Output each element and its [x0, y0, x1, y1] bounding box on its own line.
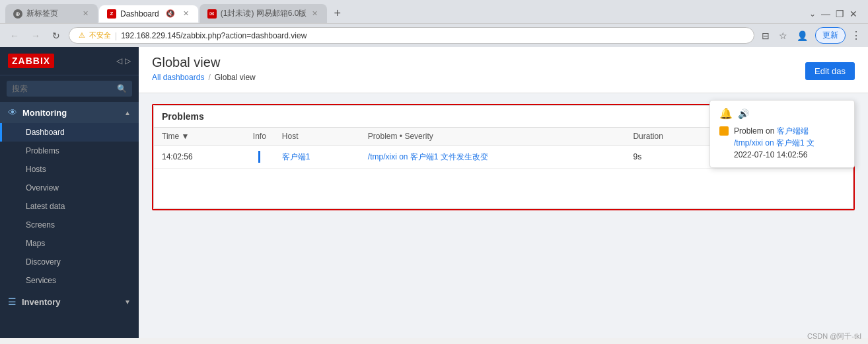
edit-dashboard-button[interactable]: Edit das [805, 62, 855, 80]
tab-email-close[interactable]: ✕ [310, 9, 319, 18]
sidebar-search-container: 🔍 [0, 75, 139, 102]
sidebar-expand-icon[interactable]: ▷ [125, 56, 131, 65]
logo-icons: ◁ ▷ [116, 56, 131, 65]
sidebar-item-latest-data[interactable]: Latest data [0, 197, 139, 216]
new-tab-favicon: ⊕ [13, 9, 22, 19]
security-warning-icon: ⚠ [79, 31, 85, 40]
tab-dashboard-close[interactable]: ✕ [182, 9, 190, 18]
profile-icon[interactable]: 👤 [795, 28, 810, 43]
tab-bar: ⊕ 新标签页 ✕ Z Dashboard 🔇 ✕ ✉ (1封未读) 网易邮箱6.… [0, 0, 868, 23]
minimize-icon[interactable]: — [821, 9, 830, 19]
page-header: Global view All dashboards / Global view… [139, 47, 868, 93]
page-title-area: Global view All dashboards / Global view [152, 55, 805, 87]
sidebar-item-maps-label: Maps [26, 239, 45, 248]
dashboard-favicon: Z [107, 9, 116, 19]
tab-mute-icon[interactable]: 🔇 [163, 9, 178, 18]
sidebar-inventory-section[interactable]: ☰ Inventory ▼ [0, 291, 139, 312]
app-layout: ZABBIX ◁ ▷ 🔍 👁 Monitoring ▲ Dashboard Pr… [0, 47, 868, 338]
breadcrumb: All dashboards / Global view [152, 73, 805, 87]
notif-detail-link[interactable]: /tmp/xixi on 客户端1 文 [734, 138, 814, 148]
browser-chrome: ⊕ 新标签页 ✕ Z Dashboard 🔇 ✕ ✉ (1封未读) 网易邮箱6.… [0, 0, 868, 47]
reload-button[interactable]: ↻ [49, 28, 63, 43]
tab-window-controls: ⌄ — ❐ ✕ [809, 9, 863, 19]
col-duration: Duration [625, 128, 714, 146]
tab-new-tab-close[interactable]: ✕ [81, 9, 90, 18]
sidebar-search-input[interactable] [7, 81, 132, 97]
inventory-arrow-icon: ▼ [124, 298, 131, 306]
notification-popup: 🔔 🔊 Problem on 客户端端 /tmp/xixi on 客户端1 文 … [709, 100, 855, 168]
inventory-icon: ☰ [8, 296, 17, 307]
page-body: Problems Time ▼ Info Host Problem • Seve… [139, 93, 868, 338]
breadcrumb-separator: / [208, 73, 210, 82]
sidebar-item-services[interactable]: Services [0, 271, 139, 290]
sidebar-item-hosts[interactable]: Hosts [0, 160, 139, 179]
tab-new-tab[interactable]: ⊕ 新标签页 ✕ [5, 4, 98, 23]
monitoring-arrow-icon: ▲ [124, 109, 131, 116]
sidebar-item-problems-label: Problems [26, 146, 59, 155]
empty-row [154, 169, 853, 208]
notif-severity-indicator [719, 126, 729, 136]
sidebar-monitoring-section[interactable]: 👁 Monitoring ▲ [0, 102, 139, 123]
sidebar-item-latest-data-label: Latest data [26, 202, 65, 211]
sidebar-collapse-icon[interactable]: ◁ [116, 56, 122, 65]
url-warning-label: 不安全 [89, 30, 111, 40]
col-time[interactable]: Time ▼ [154, 128, 245, 146]
close-window-icon[interactable]: ✕ [850, 9, 857, 19]
back-button[interactable]: ← [7, 28, 22, 43]
email-favicon: ✉ [207, 9, 217, 19]
tab-dropdown-icon[interactable]: ⌄ [809, 9, 816, 19]
url-separator: | [115, 31, 117, 40]
sidebar-item-services-label: Services [26, 276, 56, 285]
sidebar-item-problems[interactable]: Problems [0, 142, 139, 160]
forward-button[interactable]: → [28, 28, 44, 43]
watermark: CSDN @阿千-tkl [807, 331, 861, 341]
tab-email-label: (1封未读) 网易邮箱6.0版 [221, 8, 307, 19]
url-text: 192.168.229.145/zabbix.php?action=dashbo… [121, 31, 307, 40]
problem-description[interactable]: /tmp/xixi on 客户端1 文件发生改变 [360, 146, 626, 169]
sidebar-item-discovery-label: Discovery [26, 257, 61, 267]
sidebar-item-dashboard[interactable]: Dashboard [0, 123, 139, 142]
sidebar-item-screens-label: Screens [26, 220, 55, 230]
notif-host-link[interactable]: 客户端端 [777, 126, 809, 136]
sidebar: ZABBIX ◁ ▷ 🔍 👁 Monitoring ▲ Dashboard Pr… [0, 47, 139, 338]
problem-duration: 9s [625, 146, 714, 169]
col-host: Host [274, 128, 360, 146]
notif-top: 🔔 🔊 [719, 107, 845, 120]
bell-icon[interactable]: 🔔 [719, 107, 733, 120]
monitoring-icon: 👁 [8, 107, 17, 118]
sidebar-item-screens[interactable]: Screens [0, 216, 139, 234]
page-title: Global view [152, 55, 805, 70]
col-info: Info [245, 128, 274, 146]
sidebar-item-discovery[interactable]: Discovery [0, 253, 139, 271]
tab-email[interactable]: ✉ (1封未读) 网易邮箱6.0版 ✕ [199, 4, 328, 23]
new-tab-button[interactable]: + [328, 4, 346, 23]
search-wrapper: 🔍 [7, 81, 132, 97]
tab-dashboard[interactable]: Z Dashboard 🔇 ✕ [99, 5, 198, 22]
problem-info [245, 146, 274, 169]
info-indicator [258, 151, 260, 163]
sound-icon[interactable]: 🔊 [738, 108, 749, 119]
address-bar: ← → ↻ ⚠ 不安全 | 192.168.229.145/zabbix.php… [0, 23, 868, 47]
sidebar-item-maps[interactable]: Maps [0, 234, 139, 253]
sidebar-logo: ZABBIX ◁ ▷ [0, 47, 139, 75]
main-content: Global view All dashboards / Global view… [139, 47, 868, 338]
problem-time[interactable]: 14:02:56 [154, 146, 245, 169]
monitoring-label: Monitoring [22, 108, 67, 118]
breadcrumb-home-link[interactable]: All dashboards [152, 73, 204, 82]
col-problem: Problem • Severity [360, 128, 626, 146]
update-button[interactable]: 更新 [815, 27, 846, 44]
breadcrumb-current: Global view [215, 73, 256, 82]
addr-right-icons: ⊟ ☆ 👤 更新 ⋮ [760, 27, 861, 44]
more-icon[interactable]: ⋮ [851, 29, 861, 42]
bookmark-icon[interactable]: ☆ [777, 28, 789, 43]
problem-host[interactable]: 客户端1 [274, 146, 360, 169]
sidebar-item-hosts-label: Hosts [26, 165, 46, 174]
inventory-label: Inventory [22, 297, 61, 307]
logo-text: ZABBIX [8, 54, 54, 68]
cast-icon[interactable]: ⊟ [760, 28, 772, 43]
sidebar-item-dashboard-label: Dashboard [26, 128, 65, 137]
restore-icon[interactable]: ❐ [836, 9, 844, 19]
sidebar-item-overview[interactable]: Overview [0, 179, 139, 197]
tab-new-tab-label: 新标签页 [26, 8, 58, 19]
url-bar[interactable]: ⚠ 不安全 | 192.168.229.145/zabbix.php?actio… [69, 27, 754, 44]
